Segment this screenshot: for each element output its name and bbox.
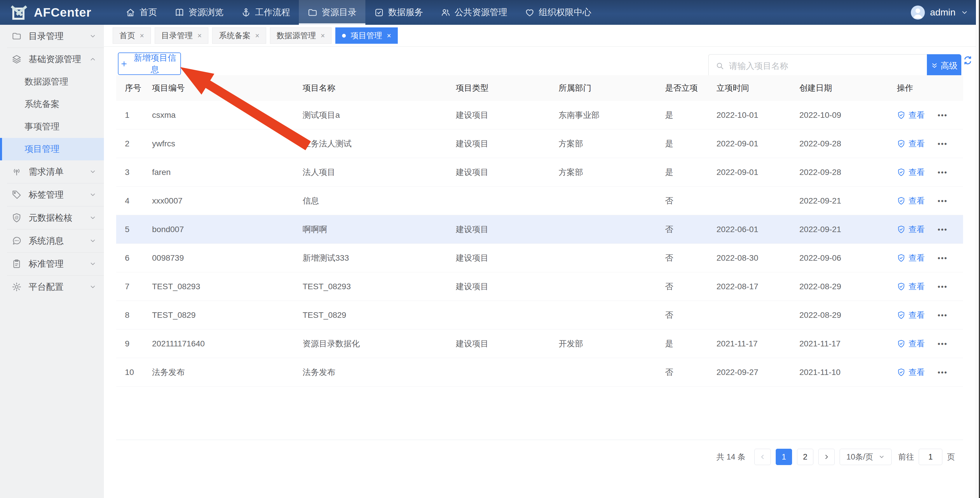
cell-create-date: 2022-08-29 — [799, 311, 897, 320]
view-link[interactable]: 查看 — [897, 281, 925, 292]
tab-system-record[interactable]: 系统备案 × — [212, 27, 266, 44]
shield-check-icon — [897, 140, 905, 148]
close-icon[interactable]: × — [197, 32, 202, 40]
more-actions-button[interactable]: ••• — [938, 254, 948, 262]
nav-item-org-permission[interactable]: 组织权限中心 — [516, 0, 600, 25]
view-link[interactable]: 查看 — [897, 109, 925, 121]
add-project-button[interactable]: 新增项目信息 — [118, 52, 181, 75]
nav-item-data-service[interactable]: 数据服务 — [365, 0, 432, 25]
view-label: 查看 — [908, 367, 925, 378]
nav-item-home[interactable]: 首页 — [117, 0, 166, 25]
sidebar-item-demand-list[interactable]: 需求清单 — [0, 160, 104, 183]
cell-code: 202111171640 — [152, 339, 303, 349]
sidebar-item-label: 标准管理 — [29, 258, 82, 270]
sidebar-item-label: 系统消息 — [29, 235, 82, 247]
book-icon — [175, 8, 185, 17]
table-row[interactable]: 1 csxma 测试项目a 建设项目 东南事业部 是 2022-10-01 20… — [116, 101, 963, 130]
sidebar-item-label: 需求清单 — [29, 166, 82, 178]
cell-actions: 查看 ••• — [897, 338, 964, 349]
sidebar-item-system-message[interactable]: 系统消息 — [0, 230, 104, 252]
view-link[interactable]: 查看 — [897, 310, 925, 321]
close-icon[interactable]: × — [387, 32, 391, 40]
page-button-1[interactable]: 1 — [776, 449, 792, 465]
tab-catalog-mgmt[interactable]: 目录管理 × — [155, 27, 208, 44]
table-row[interactable]: 3 faren 法人项目 建设项目 方案部 是 2022-09-01 2022-… — [116, 158, 963, 187]
tab-label: 系统备案 — [219, 30, 250, 41]
view-label: 查看 — [908, 109, 925, 121]
view-link[interactable]: 查看 — [897, 367, 925, 378]
more-actions-button[interactable]: ••• — [938, 340, 948, 348]
next-page-button[interactable] — [818, 449, 835, 465]
more-actions-button[interactable]: ••• — [938, 197, 948, 205]
gear-icon — [12, 282, 22, 292]
cell-actions: 查看 ••• — [897, 109, 964, 121]
table-row[interactable]: 5 bond007 啊啊啊 建设项目 否 2022-06-01 2022-09-… — [116, 215, 963, 244]
nav-item-resource-catalog[interactable]: 资源目录 — [299, 0, 365, 25]
col-header-create-date: 创建日期 — [799, 82, 897, 94]
view-link[interactable]: 查看 — [897, 252, 925, 263]
cell-code: TEST_08293 — [152, 282, 303, 291]
sidebar-item-basic-resource-mgmt[interactable]: 基础资源管理 — [0, 48, 104, 71]
project-table: 序号 项目编号 项目名称 项目类型 所属部门 是否立项 立项时间 创建日期 操作… — [116, 75, 963, 387]
cell-create-date: 2021-11-17 — [799, 339, 897, 349]
folder-icon — [308, 8, 318, 17]
close-icon[interactable]: × — [255, 32, 259, 40]
tab-project-mgmt[interactable]: 项目管理 × — [335, 27, 398, 44]
sidebar-item-tag-mgmt[interactable]: 标签管理 — [0, 183, 104, 206]
page-size-select[interactable]: 10条/页 — [840, 449, 892, 465]
table-row[interactable]: 6 0098739 新增测试333 建设项目 否 2022-08-30 2022… — [116, 244, 963, 272]
cell-approve-date: 2022-08-17 — [716, 282, 799, 291]
more-actions-button[interactable]: ••• — [938, 368, 948, 376]
page-button-2[interactable]: 2 — [797, 449, 813, 465]
more-actions-button[interactable]: ••• — [938, 282, 948, 291]
sidebar-item-catalog-mgmt[interactable]: 目录管理 — [0, 25, 104, 48]
more-actions-button[interactable]: ••• — [938, 311, 948, 319]
prev-page-button[interactable] — [754, 449, 771, 465]
view-link[interactable]: 查看 — [897, 167, 925, 178]
table-row[interactable]: 4 xxx0007 信息 否 2022-09-21 查看 ••• — [116, 187, 963, 215]
user-menu[interactable]: admin — [911, 6, 976, 19]
search-input[interactable] — [729, 56, 927, 76]
sidebar-subitem-matter-mgmt[interactable]: 事项管理 — [0, 116, 104, 138]
view-link[interactable]: 查看 — [897, 138, 925, 149]
table-row[interactable]: 8 TEST_0829 TEST_0829 否 2022-08-29 查看 — [116, 301, 963, 330]
table-row[interactable]: 10 法务发布 法务发布 否 2022-09-27 2021-11-10 查看 — [116, 358, 963, 387]
cell-approve-date: 2021-11-17 — [716, 339, 799, 349]
app-window: AFCenter 首页 资源浏览 工作流程 资源目录 数据服务 — [0, 0, 980, 498]
nav-item-resource-browse[interactable]: 资源浏览 — [166, 0, 232, 25]
table-row[interactable]: 9 202111171640 资源目录数据化 建设项目 开发部 是 2021-1… — [116, 330, 963, 358]
sidebar-subitem-system-record[interactable]: 系统备案 — [0, 93, 104, 116]
tab-home[interactable]: 首页 × — [113, 27, 151, 44]
chevron-down-icon — [89, 168, 96, 175]
sidebar-item-metadata-check[interactable]: @ 元数据检核 — [0, 206, 104, 229]
cell-type: 建设项目 — [456, 338, 558, 349]
tab-datasource-mgmt[interactable]: 数据源管理 × — [270, 27, 332, 44]
more-actions-button[interactable]: ••• — [938, 168, 948, 176]
sidebar-subitem-datasource-mgmt[interactable]: 数据源管理 — [0, 71, 104, 93]
goto-page-input[interactable] — [919, 449, 942, 465]
close-icon[interactable]: × — [140, 32, 144, 40]
nav-item-public-resource[interactable]: 公共资源管理 — [432, 0, 516, 25]
cell-name: TEST_0829 — [303, 311, 456, 320]
sidebar-item-standard-mgmt[interactable]: 标准管理 — [0, 252, 104, 275]
view-link[interactable]: 查看 — [897, 195, 925, 206]
sidebar-subitem-project-mgmt[interactable]: 项目管理 — [0, 138, 104, 160]
nav-item-workflow[interactable]: 工作流程 — [232, 0, 299, 25]
view-link[interactable]: 查看 — [897, 338, 925, 349]
close-icon[interactable]: × — [321, 32, 325, 40]
table-row[interactable]: 7 TEST_08293 TEST_08293 建设项目 否 2022-08-1… — [116, 272, 963, 301]
more-actions-button[interactable]: ••• — [938, 225, 948, 233]
table-row[interactable]: 2 ywfrcs 业务法人测试 建设项目 方案部 是 2022-09-01 20… — [116, 130, 963, 158]
view-label: 查看 — [908, 310, 925, 321]
cell-create-date: 2022-08-29 — [799, 282, 897, 291]
more-actions-button[interactable]: ••• — [938, 111, 948, 119]
refresh-button[interactable] — [963, 55, 974, 67]
search-bar: 高级 — [708, 54, 961, 78]
main-nav: 首页 资源浏览 工作流程 资源目录 数据服务 公共资源管理 — [117, 0, 600, 25]
view-link[interactable]: 查看 — [897, 224, 925, 235]
advanced-search-button[interactable]: 高级 — [927, 54, 961, 78]
more-actions-button[interactable]: ••• — [938, 140, 948, 148]
sidebar-item-platform-config[interactable]: 平台配置 — [0, 276, 104, 298]
window-scrollbar[interactable] — [976, 0, 980, 498]
cell-type: 建设项目 — [456, 281, 558, 292]
